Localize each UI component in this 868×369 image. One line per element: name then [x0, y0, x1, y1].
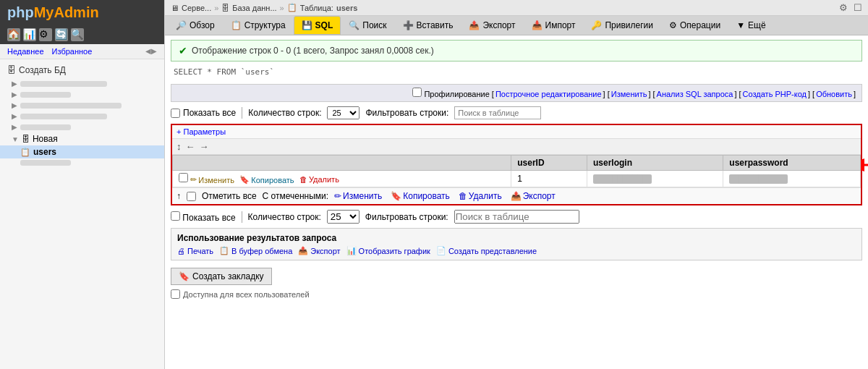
sidebar-db-item-6[interactable] — [0, 158, 164, 167]
sidebar-db-item-1[interactable]: ▶ — [0, 78, 164, 89]
print-link[interactable]: 🖨 Печать — [177, 246, 213, 255]
col-userpassword[interactable]: userpassword — [723, 156, 861, 171]
row-userid: 1 — [511, 171, 587, 187]
tab-overview-label: Обзор — [190, 20, 215, 30]
row-count-bottom-label: Количество строк: — [248, 212, 321, 222]
col-sort-icon[interactable]: ↕ — [176, 141, 182, 152]
divider2 — [242, 211, 242, 223]
bottom-delete-link[interactable]: 🗑 Удалить — [459, 191, 502, 201]
filter-input[interactable] — [454, 106, 541, 119]
db-label-blur — [20, 81, 107, 87]
use-results-section: Использование результатов запроса 🖨 Печа… — [171, 228, 862, 260]
favorites-link[interactable]: Избранное — [52, 47, 93, 56]
bookmark-icon: 🔖 — [179, 271, 190, 281]
analyze-link[interactable]: Анализ SQL запроса — [657, 90, 733, 98]
copy-row-link[interactable]: 🔖 Копировать — [239, 175, 294, 184]
tab-insert[interactable]: ➕ Вставить — [395, 16, 461, 35]
tab-structure[interactable]: 📋 Структура — [223, 16, 294, 35]
accessible-checkbox[interactable] — [171, 289, 180, 299]
breadcrumb-db-icon: 🗄 — [221, 4, 229, 12]
tab-more-label: Ещё — [748, 20, 766, 30]
use-results-title: Использование результатов запроса — [177, 233, 856, 243]
sidebar-db-item-2[interactable]: ▶ — [0, 89, 164, 100]
row-userlogin: ████████ — [587, 171, 723, 187]
bottom-arrow: ↑ — [176, 191, 181, 201]
tab-search-label: Поиск — [362, 20, 386, 30]
col-userid[interactable]: userID — [511, 156, 587, 171]
monitor-icon[interactable]: ☐ — [854, 2, 862, 13]
bottom-controls: ↑ Отметить все С отмеченными: ✏ Изменить… — [172, 187, 861, 204]
view-link[interactable]: 📄 Создать представление — [436, 246, 537, 255]
show-all-bottom-label: Показать все — [171, 211, 236, 223]
bottom-copy-link[interactable]: 🔖 Копировать — [391, 191, 450, 201]
sql-query-display: SELECT * FROM `users` — [171, 66, 862, 78]
sql-query-text: SELECT * FROM `users` — [174, 67, 274, 77]
col-userlogin[interactable]: userlogin — [587, 156, 723, 171]
tab-privileges[interactable]: 🔑 Привилегии — [583, 16, 661, 35]
content-area: ✔ Отображение строк 0 - 0 (1 всего, Запр… — [165, 35, 868, 369]
show-all-bottom-text: Показать все — [182, 213, 235, 223]
tab-more[interactable]: ▼ Ещё — [728, 16, 773, 35]
bottom-edit-link[interactable]: ✏ Изменить — [334, 191, 382, 201]
toolbar: 🔎 Обзор 📋 Структура 💾 SQL 🔍 Поиск ➕ Вста… — [165, 16, 868, 35]
clipboard-link[interactable]: 📋 В буфер обмена — [219, 246, 292, 255]
create-bookmark-button[interactable]: 🔖 Создать закладку — [171, 268, 272, 285]
tab-overview[interactable]: 🔎 Обзор — [168, 16, 223, 35]
inline-edit-link[interactable]: Построчное редактирование — [495, 90, 602, 98]
export-results-link[interactable]: 📤 Экспорт — [298, 246, 340, 255]
row-select-checkbox[interactable] — [179, 173, 188, 182]
tab-operations[interactable]: ⚙ Операции — [661, 16, 728, 35]
tab-import-label: Импорт — [545, 20, 576, 30]
nova-label: Новая — [33, 134, 58, 144]
sidebar-db-item-5[interactable]: ▶ — [0, 122, 164, 132]
structure-icon: 📋 — [231, 20, 242, 30]
refresh-link[interactable]: Обновить — [816, 90, 852, 98]
col-right-icon[interactable]: → — [200, 141, 209, 152]
profiling-label: Профилирование — [424, 90, 489, 98]
row-count-label: Количество строк: — [248, 108, 321, 118]
show-all-checkbox[interactable] — [171, 109, 180, 118]
tab-structure-label: Структура — [244, 20, 286, 30]
col-left-icon[interactable]: ← — [186, 141, 195, 152]
sidebar-item-users[interactable]: 📋 users — [0, 145, 164, 158]
users-label: users — [33, 147, 56, 157]
column-controls: ↕ ← → — [172, 139, 861, 155]
params-link[interactable]: + Параметры — [172, 125, 861, 139]
insert-icon: ➕ — [403, 20, 414, 30]
filter-bottom-input[interactable] — [454, 210, 579, 224]
chart-link[interactable]: 📊 Отобразить график — [346, 246, 430, 255]
select-all-bottom-checkbox[interactable] — [187, 192, 196, 201]
tab-privileges-label: Привилегии — [605, 20, 653, 30]
delete-row-link[interactable]: 🗑 Удалить — [299, 175, 339, 184]
tab-sql[interactable]: 💾 SQL — [294, 16, 341, 35]
tab-search[interactable]: 🔍 Поиск — [341, 16, 394, 35]
sidebar-db-nova[interactable]: ▼ 🗄 Новая — [0, 132, 164, 145]
options-bar: Профилирование [Построчное редактировани… — [171, 84, 862, 102]
profiling-checkbox[interactable] — [412, 88, 422, 97]
php-code-link[interactable]: Создать PHP-код — [743, 90, 807, 98]
breadcrumb-server: 🖥 — [171, 4, 179, 12]
table-row: ✏ Изменить 🔖 Копировать 🗑 Удалить 1 ████… — [173, 171, 861, 187]
recent-link[interactable]: Недавнее — [7, 47, 44, 56]
filter-label: Фильтровать строки: — [365, 108, 448, 118]
create-db-button[interactable]: 🗄 Создать БД — [0, 62, 164, 78]
sidebar-db-item-3[interactable]: ▶ — [0, 100, 164, 111]
settings-icon[interactable]: ⚙ — [839, 2, 848, 13]
controls-row-top: Показать все Количество строк: 25 50 100… — [171, 106, 862, 119]
tab-export[interactable]: 📤 Экспорт — [461, 16, 523, 35]
logo: phpMyAdmin — [7, 4, 99, 21]
tab-export-label: Экспорт — [482, 20, 515, 30]
row-count-select[interactable]: 25 50 100 — [327, 106, 359, 119]
bottom-export-link[interactable]: 📤 Экспорт — [511, 191, 556, 201]
edit-row-link[interactable]: ✏ Изменить — [190, 175, 234, 184]
top-bar: 🖥 Серве... » 🗄 База данн... » 📋 Таблица:… — [165, 0, 868, 16]
edit-link[interactable]: Изменить — [611, 90, 647, 98]
show-all-bottom-checkbox[interactable] — [171, 211, 180, 221]
filter-bottom-label: Фильтровать строки: — [365, 212, 448, 222]
import-icon: 📥 — [532, 20, 542, 30]
row-count-bottom-select[interactable]: 25 50 100 — [327, 210, 359, 224]
sidebar-db-item-4[interactable]: ▶ — [0, 111, 164, 122]
use-results-links: 🖨 Печать 📋 В буфер обмена 📤 Экспорт 📊 От… — [177, 246, 856, 255]
tab-import[interactable]: 📥 Импорт — [524, 16, 584, 35]
divider — [242, 107, 242, 119]
